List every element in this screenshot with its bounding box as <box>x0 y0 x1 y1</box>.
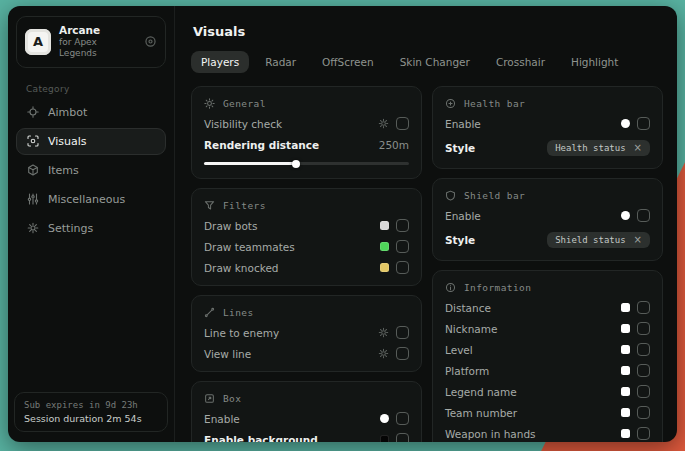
rendering-distance-value: 250m <box>379 139 409 151</box>
color-swatch[interactable] <box>621 408 630 417</box>
info-icon <box>445 282 456 293</box>
card-header: Box <box>204 393 409 404</box>
visibility-check-checkbox[interactable] <box>396 117 409 130</box>
section-title: Filters <box>223 200 266 211</box>
row-label: Nickname <box>445 323 497 335</box>
desktop-background: A Arcane for Apex Legends Category <box>0 0 685 451</box>
draw-bots-checkbox[interactable] <box>396 219 409 232</box>
settings-content: General Visibility check <box>191 86 663 442</box>
gear-icon[interactable] <box>378 118 389 129</box>
view-line-checkbox[interactable] <box>396 347 409 360</box>
setting-row-weapon-in-hands: Weapon in hands <box>445 427 650 440</box>
nickname-checkbox[interactable] <box>637 322 650 335</box>
close-icon[interactable]: × <box>634 143 642 153</box>
shield-enable-checkbox[interactable] <box>637 209 650 222</box>
row-label: View line <box>204 348 251 360</box>
tag-label: Health status <box>555 143 625 153</box>
rendering-distance-slider[interactable] <box>204 162 409 165</box>
setting-row-shield-style: Style Shield status × <box>445 230 650 249</box>
color-swatch[interactable] <box>621 303 630 312</box>
box-enable-background-checkbox[interactable] <box>396 433 409 442</box>
draw-teammates-checkbox[interactable] <box>396 240 409 253</box>
section-title: Health bar <box>464 98 525 109</box>
color-swatch[interactable] <box>380 263 389 272</box>
row-label: Draw bots <box>204 220 257 232</box>
session-duration-text: Session duration 2m 54s <box>24 413 158 424</box>
setting-row-rendering-distance: Rendering distance 250m <box>204 138 409 151</box>
color-swatch[interactable] <box>380 242 389 251</box>
app-window: A Arcane for Apex Legends Category <box>8 6 677 442</box>
tab-radar[interactable]: Radar <box>255 51 306 73</box>
setting-row-draw-knocked: Draw knocked <box>204 261 409 274</box>
color-swatch[interactable] <box>621 366 630 375</box>
scan-icon <box>27 135 39 147</box>
tab-skin-changer[interactable]: Skin Changer <box>390 51 480 73</box>
tab-players[interactable]: Players <box>191 51 249 73</box>
distance-checkbox[interactable] <box>637 301 650 314</box>
sidebar-item-label: Miscellaneous <box>48 193 125 206</box>
setting-row-distance: Distance <box>445 301 650 314</box>
sidebar-item-label: Items <box>48 164 79 177</box>
sidebar-item-label: Aimbot <box>48 106 87 119</box>
draw-knocked-checkbox[interactable] <box>396 261 409 274</box>
line-to-enemy-checkbox[interactable] <box>396 326 409 339</box>
color-swatch[interactable] <box>621 211 630 220</box>
gear-icon[interactable] <box>378 327 389 338</box>
color-swatch[interactable] <box>621 387 630 396</box>
row-label: Platform <box>445 365 489 377</box>
sidebar-item-label: Visuals <box>48 135 87 148</box>
sidebar-item-settings[interactable]: Settings <box>16 215 166 242</box>
sliders-icon <box>27 193 39 205</box>
setting-row-team-number: Team number <box>445 406 650 419</box>
color-swatch[interactable] <box>380 414 389 423</box>
health-enable-checkbox[interactable] <box>637 117 650 130</box>
page-title: Visuals <box>193 24 663 39</box>
health-style-select[interactable]: Health status × <box>547 140 650 156</box>
gear-icon[interactable] <box>378 348 389 359</box>
sidebar-item-items[interactable]: Items <box>16 157 166 184</box>
tab-highlight[interactable]: Highlight <box>561 51 628 73</box>
platform-checkbox[interactable] <box>637 364 650 377</box>
box-icon <box>204 393 215 404</box>
sidebar-item-aimbot[interactable]: Aimbot <box>16 99 166 126</box>
app-logo: A <box>25 29 51 55</box>
row-label: Team number <box>445 407 517 419</box>
row-label: Enable <box>204 413 240 425</box>
row-label: Draw knocked <box>204 262 279 274</box>
row-label: Weapon in hands <box>445 428 536 440</box>
sidebar-item-miscellaneous[interactable]: Miscellaneous <box>16 186 166 213</box>
color-swatch[interactable] <box>380 435 389 442</box>
color-swatch[interactable] <box>621 119 630 128</box>
color-swatch[interactable] <box>380 221 389 230</box>
setting-row-box-enable: Enable <box>204 412 409 425</box>
color-swatch[interactable] <box>621 429 630 438</box>
color-swatch[interactable] <box>621 345 630 354</box>
section-title: Information <box>464 282 531 293</box>
row-label: Style <box>445 234 475 246</box>
sidebar-item-visuals[interactable]: Visuals <box>16 128 166 155</box>
subscription-card: Sub expires in 9d 23h Session duration 2… <box>14 392 168 432</box>
crosshair-icon <box>27 106 39 118</box>
row-label: Line to enemy <box>204 327 279 339</box>
tab-bar: Players Radar OffScreen Skin Changer Cro… <box>191 51 663 73</box>
box-enable-checkbox[interactable] <box>396 412 409 425</box>
weapon-in-hands-checkbox[interactable] <box>637 427 650 440</box>
legend-name-checkbox[interactable] <box>637 385 650 398</box>
shield-style-select[interactable]: Shield status × <box>547 232 650 248</box>
color-swatch[interactable] <box>621 324 630 333</box>
category-label: Category <box>26 84 168 94</box>
slider-thumb[interactable] <box>292 160 300 168</box>
gear-icon <box>27 222 39 234</box>
box-card: Box Enable Enable background <box>191 381 422 442</box>
team-number-checkbox[interactable] <box>637 406 650 419</box>
tab-crosshair[interactable]: Crosshair <box>486 51 555 73</box>
health-bar-card: Health bar Enable Style H <box>432 86 663 169</box>
card-header: Health bar <box>445 98 650 109</box>
level-checkbox[interactable] <box>637 343 650 356</box>
sub-expires-text: Sub expires in 9d 23h <box>24 400 158 410</box>
tab-offscreen[interactable]: OffScreen <box>312 51 384 73</box>
setting-row-view-line: View line <box>204 347 409 360</box>
close-icon[interactable]: × <box>634 235 642 245</box>
card-header: Lines <box>204 307 409 318</box>
target-icon[interactable] <box>144 35 157 48</box>
